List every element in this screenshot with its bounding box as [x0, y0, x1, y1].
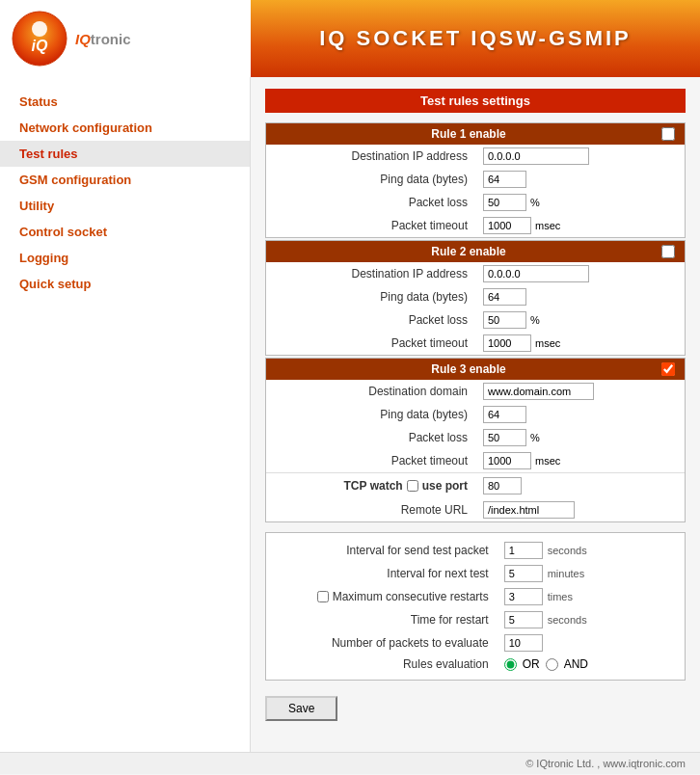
sidebar-item-logging[interactable]: Logging	[0, 245, 250, 271]
interval-send-input[interactable]	[504, 542, 543, 559]
sidebar-item-status[interactable]: Status	[0, 89, 250, 115]
sidebar: Status Network configuration Test rules …	[0, 77, 251, 752]
max-restarts-unit: times	[548, 591, 573, 602]
rule1-packet-timeout-input[interactable]	[483, 217, 531, 234]
interval-next-unit: minutes	[548, 568, 585, 579]
rule1-header: Rule 1 enable	[266, 123, 685, 145]
rule1-packet-loss-unit: %	[530, 197, 540, 208]
time-restart-unit: seconds	[548, 614, 587, 626]
rule3-ping-data-label: Ping data (bytes)	[266, 403, 475, 426]
rule3-dest-domain-input[interactable]	[483, 383, 594, 400]
rules-eval-or-radio[interactable]	[504, 658, 517, 671]
tcp-watch-row: TCP watch use port	[266, 473, 685, 499]
svg-text:iQ: iQ	[32, 38, 48, 54]
rule3-header: Rule 3 enable	[266, 359, 685, 380]
num-packets-label: Number of packets to evaluate	[266, 631, 497, 655]
rules-eval-group: OR AND	[504, 657, 677, 671]
tcp-port-input[interactable]	[483, 477, 522, 494]
rule3-packet-loss-unit: %	[530, 432, 540, 443]
rule3-section: Rule 3 enable Destination domain Ping da…	[265, 358, 686, 522]
rule1-dest-ip-input[interactable]	[483, 147, 589, 165]
rules-eval-or-label: OR	[523, 657, 540, 671]
rule1-enable-checkbox[interactable]	[661, 127, 675, 141]
rule1-dest-ip-cell	[475, 145, 685, 168]
max-restarts-input[interactable]	[504, 588, 543, 605]
max-restarts-checkbox[interactable]	[317, 591, 329, 602]
rule2-header: Rule 2 enable	[266, 241, 685, 262]
interval-send-unit: seconds	[548, 545, 587, 556]
rules-eval-and-radio[interactable]	[546, 658, 558, 671]
rule1-packet-timeout-unit: msec	[535, 220, 560, 231]
interval-next-input[interactable]	[504, 565, 543, 582]
tcp-watch-label: TCP watch	[344, 479, 403, 493]
rule2-packet-timeout-input[interactable]	[483, 334, 531, 352]
num-packets-input[interactable]	[504, 634, 543, 652]
rule2-section: Rule 2 enable Destination IP address Pin…	[265, 240, 686, 356]
rule3-dest-domain-label: Destination domain	[266, 380, 475, 403]
rule2-packet-timeout-unit: msec	[535, 337, 560, 349]
rule1-packet-loss-input[interactable]	[483, 194, 526, 211]
rule2-packet-loss-label: Packet loss	[266, 308, 475, 332]
interval-next-label: Interval for next test	[266, 562, 497, 585]
rule2-ping-data-input[interactable]	[483, 288, 526, 306]
rule2-enable-checkbox[interactable]	[661, 245, 675, 258]
rule1-ping-data-input[interactable]	[483, 171, 526, 188]
logo-icon: iQ	[12, 11, 67, 67]
sidebar-item-control-socket[interactable]: Control socket	[0, 219, 250, 245]
interval-send-label: Interval for send test packet	[266, 539, 497, 562]
rule1-section: Rule 1 enable Destination IP address Pin…	[265, 122, 686, 238]
remote-url-input[interactable]	[483, 501, 575, 519]
time-restart-input[interactable]	[504, 611, 543, 628]
use-port-label: use port	[422, 479, 468, 493]
rule2-dest-ip-input[interactable]	[483, 265, 589, 282]
save-button[interactable]: Save	[265, 696, 337, 721]
tcp-watch-checkbox[interactable]	[407, 480, 418, 492]
settings-section: Interval for send test packet seconds In…	[265, 532, 686, 681]
content-area: Test rules settings Rule 1 enable Destin…	[251, 77, 700, 752]
rule2-packet-loss-unit: %	[530, 314, 540, 326]
rule2-packet-loss-input[interactable]	[483, 311, 526, 329]
rule3-packet-timeout-input[interactable]	[483, 452, 531, 469]
rule2-ping-data-label: Ping data (bytes)	[266, 285, 475, 308]
svg-point-1	[32, 21, 47, 37]
rule3-packet-timeout-label: Packet timeout	[266, 449, 475, 473]
rule3-packet-loss-input[interactable]	[483, 429, 526, 446]
rules-eval-and-label: AND	[564, 657, 588, 671]
rule1-dest-ip-label: Destination IP address	[266, 145, 475, 168]
rule3-enable-checkbox[interactable]	[661, 362, 675, 376]
rules-eval-label: Rules evaluation	[266, 655, 497, 674]
app-title: IQ SOCKET IQSW-GSMIP	[319, 26, 632, 51]
footer: © IQtronic Ltd. , www.iqtronic.com	[0, 752, 700, 774]
brand-name: IQtronic	[75, 31, 131, 47]
time-restart-label: Time for restart	[266, 608, 497, 631]
sidebar-item-utility[interactable]: Utility	[0, 193, 250, 219]
sidebar-item-network-configuration[interactable]: Network configuration	[0, 115, 250, 141]
sidebar-item-quick-setup[interactable]: Quick setup	[0, 271, 250, 297]
rule1-packet-loss-label: Packet loss	[266, 191, 475, 214]
rule3-packet-timeout-unit: msec	[535, 455, 560, 467]
rule2-dest-ip-label: Destination IP address	[266, 262, 475, 285]
sidebar-item-gsm-configuration[interactable]: GSM configuration	[0, 167, 250, 193]
footer-text: © IQtronic Ltd. , www.iqtronic.com	[525, 758, 686, 769]
remote-url-row: Remote URL	[266, 498, 685, 521]
remote-url-label: Remote URL	[266, 498, 475, 521]
rule1-ping-data-label: Ping data (bytes)	[266, 168, 475, 191]
rule1-packet-timeout-label: Packet timeout	[266, 214, 475, 237]
max-restarts-label: Maximum consecutive restarts	[333, 590, 489, 603]
rule2-packet-timeout-label: Packet timeout	[266, 332, 475, 355]
sidebar-item-test-rules[interactable]: Test rules	[0, 141, 250, 167]
rule3-packet-loss-label: Packet loss	[266, 426, 475, 449]
page-title-bar: Test rules settings	[265, 89, 686, 113]
rule3-ping-data-input[interactable]	[483, 406, 526, 423]
